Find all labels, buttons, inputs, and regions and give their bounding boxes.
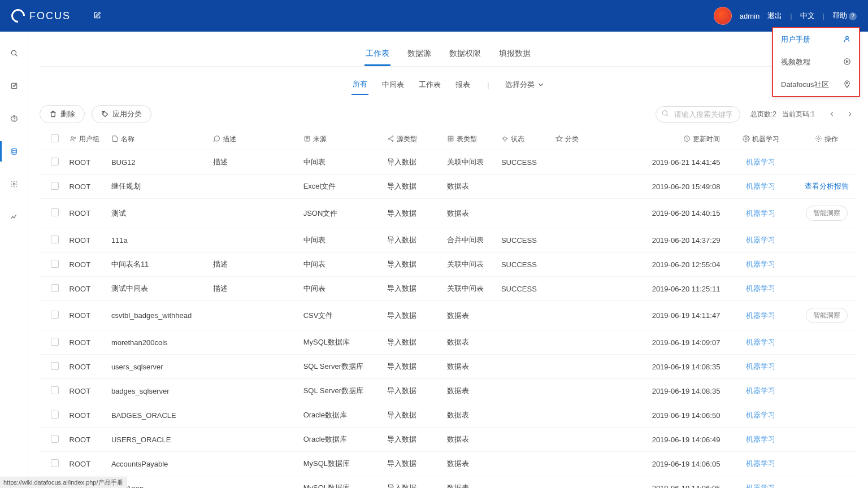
- table-row[interactable]: ROOTbadges_sqlserverSQL Server数据库导入数据数据表…: [40, 379, 857, 403]
- row-checkbox[interactable]: [51, 362, 59, 370]
- col-source-type[interactable]: 源类型: [397, 134, 417, 144]
- sidebar-dashboard[interactable]: [0, 76, 28, 96]
- logo-icon: [8, 6, 28, 25]
- username[interactable]: admin: [740, 12, 760, 20]
- row-checkbox[interactable]: [51, 284, 59, 292]
- cell-source: Oracle数据库: [299, 403, 383, 428]
- col-name[interactable]: 名称: [121, 134, 134, 144]
- table-row[interactable]: ROOTusers_sqlserverSQL Server数据库导入数据数据表2…: [40, 355, 857, 379]
- table-row[interactable]: ROOTcsvtbl_badges_withheadCSV文件导入数据数据表20…: [40, 301, 857, 330]
- row-checkbox[interactable]: [51, 338, 59, 346]
- cell-source-type: 导入数据: [383, 228, 442, 252]
- col-usergroup[interactable]: 用户组: [79, 134, 99, 144]
- table-row[interactable]: ROOT111a中间表导入数据合并中间表SUCCESS2019-06-20 14…: [40, 228, 857, 252]
- sub-tab[interactable]: 所有: [351, 75, 368, 95]
- header-left: FOCUS: [11, 9, 101, 23]
- main-tab[interactable]: 填报数据: [498, 43, 532, 66]
- table-row[interactable]: ROOTBUG12描述中间表导入数据关联中间表SUCCESS2019-06-21…: [40, 150, 857, 175]
- cell-desc: [209, 428, 298, 452]
- table-row[interactable]: ROOTBADGES_ORACLEOracle数据库导入数据数据表2019-06…: [40, 403, 857, 428]
- ml-link[interactable]: 机器学习: [746, 459, 775, 468]
- help-item-icon: [843, 80, 851, 90]
- row-checkbox[interactable]: [51, 386, 59, 394]
- ml-link[interactable]: 机器学习: [746, 236, 775, 244]
- table-row[interactable]: ROOT中间表名11描述中间表导入数据关联中间表SUCCESS2019-06-2…: [40, 252, 857, 277]
- cell-time: 2019-06-21 14:41:45: [623, 150, 724, 175]
- help-menu-item[interactable]: 用户手册: [773, 28, 859, 51]
- sub-tab[interactable]: 工作表: [418, 75, 442, 94]
- select-all-checkbox[interactable]: [51, 134, 59, 142]
- col-status[interactable]: 状态: [511, 134, 524, 144]
- row-checkbox[interactable]: [51, 260, 59, 268]
- help-menu-item[interactable]: Datafocus社区: [773, 73, 859, 96]
- row-checkbox[interactable]: [51, 158, 59, 165]
- help-link[interactable]: 帮助?: [832, 11, 857, 21]
- row-checkbox[interactable]: [51, 311, 59, 319]
- sub-tab[interactable]: 报表: [454, 75, 471, 94]
- ml-link[interactable]: 机器学习: [746, 362, 775, 371]
- cell-source: SQL Server数据库: [299, 355, 383, 379]
- avatar[interactable]: [714, 7, 732, 25]
- ml-link[interactable]: 机器学习: [746, 338, 775, 346]
- row-checkbox[interactable]: [51, 411, 59, 419]
- ml-link[interactable]: 机器学习: [746, 386, 775, 395]
- select-category[interactable]: 选择分类: [505, 80, 545, 90]
- prev-page-button[interactable]: [825, 107, 839, 121]
- smart-insight-button[interactable]: 智能洞察: [806, 308, 848, 323]
- col-source[interactable]: 来源: [313, 134, 327, 144]
- ml-link[interactable]: 机器学习: [746, 411, 775, 419]
- brand-logo[interactable]: FOCUS: [11, 9, 71, 23]
- table-row[interactable]: ROOTUSERS_ORACLEOracle数据库导入数据数据表2019-06-…: [40, 428, 857, 452]
- main-tab[interactable]: 数据权限: [448, 43, 482, 66]
- table-row[interactable]: ROOTCustAnonMySQL数据库导入数据数据表2019-06-19 14…: [40, 476, 857, 489]
- table-row[interactable]: ROOT测试中间表描述中间表导入数据关联中间表SUCCESS2019-06-20…: [40, 277, 857, 301]
- row-checkbox[interactable]: [51, 236, 59, 243]
- sidebar-search[interactable]: [0, 43, 28, 63]
- ml-link[interactable]: 机器学习: [746, 209, 775, 217]
- col-table-type[interactable]: 表类型: [457, 134, 477, 144]
- row-checkbox[interactable]: [51, 435, 59, 443]
- logout-link[interactable]: 退出: [767, 11, 782, 21]
- ml-link[interactable]: 机器学习: [746, 158, 775, 166]
- sidebar-help[interactable]: [0, 108, 28, 129]
- cell-usergroup: ROOT: [65, 252, 107, 277]
- table-row[interactable]: ROOTAccountsPayableMySQL数据库导入数据数据表2019-0…: [40, 452, 857, 476]
- main-tab[interactable]: 工作表: [364, 43, 390, 66]
- row-checkbox[interactable]: [51, 459, 59, 467]
- sub-tab[interactable]: 中间表: [381, 75, 405, 94]
- ml-link[interactable]: 机器学习: [746, 284, 775, 293]
- ml-link[interactable]: 机器学习: [746, 483, 775, 488]
- apply-category-button[interactable]: 应用分类: [92, 105, 151, 123]
- sidebar-data[interactable]: [0, 141, 28, 162]
- help-menu-item[interactable]: 视频教程: [773, 51, 859, 73]
- language-link[interactable]: 中文: [800, 11, 815, 21]
- table-row[interactable]: ROOT继任规划Excel文件导入数据数据表2019-06-20 15:49:0…: [40, 175, 857, 199]
- sidebar-settings[interactable]: [0, 174, 28, 194]
- row-checkbox[interactable]: [51, 208, 59, 216]
- cell-status: [497, 301, 551, 330]
- delete-button[interactable]: 删除: [40, 105, 85, 123]
- ml-link[interactable]: 机器学习: [746, 260, 775, 268]
- table-row[interactable]: ROOTmorethan200colsMySQL数据库导入数据数据表2019-0…: [40, 330, 857, 355]
- col-update-time[interactable]: 更新时间: [693, 134, 720, 144]
- cell-source: 中间表: [299, 228, 383, 252]
- ml-link[interactable]: 机器学习: [746, 435, 775, 443]
- cell-name: morethan200cols: [107, 330, 209, 355]
- main-tab[interactable]: 数据源: [406, 43, 432, 66]
- ml-link[interactable]: 机器学习: [746, 311, 775, 320]
- search-icon: [661, 110, 669, 119]
- sidebar-analytics[interactable]: [0, 207, 28, 227]
- next-page-button[interactable]: [843, 107, 857, 121]
- col-operation[interactable]: 操作: [824, 134, 838, 144]
- cell-category: [551, 175, 623, 199]
- smart-insight-button[interactable]: 智能洞察: [806, 206, 848, 221]
- col-category[interactable]: 分类: [565, 134, 579, 144]
- row-checkbox[interactable]: [51, 182, 59, 190]
- table-row[interactable]: ROOT测试JSON文件导入数据数据表2019-06-20 14:40:15机器…: [40, 199, 857, 228]
- col-ml[interactable]: 机器学习: [752, 134, 779, 144]
- usergroup-icon: [70, 135, 77, 144]
- edit-icon[interactable]: [93, 11, 101, 21]
- ml-link[interactable]: 机器学习: [746, 182, 775, 190]
- col-desc[interactable]: 描述: [223, 134, 236, 144]
- view-report-link[interactable]: 查看分析报告: [805, 182, 849, 190]
